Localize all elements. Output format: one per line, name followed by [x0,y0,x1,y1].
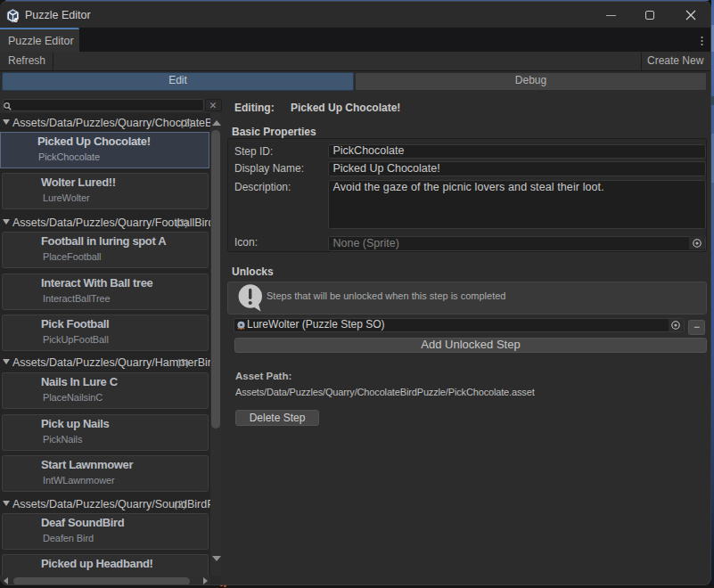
svg-text:6: 6 [14,16,18,23]
